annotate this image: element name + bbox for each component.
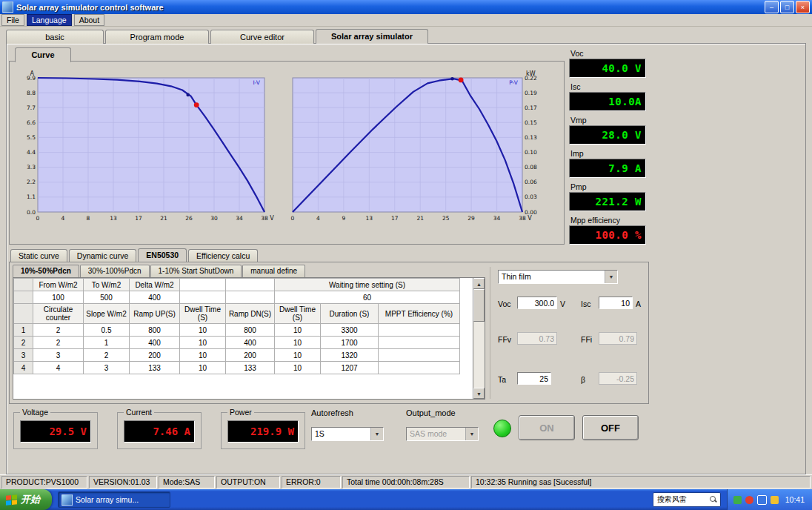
beta-input [599, 372, 637, 385]
window-title: Solar array simulator control software [16, 3, 765, 12]
table-cell[interactable]: 100 [33, 291, 84, 304]
tray-icon-network[interactable] [757, 495, 767, 505]
search-icon[interactable] [710, 496, 718, 504]
row-number[interactable]: 4 [14, 362, 33, 374]
svg-text:A: A [30, 70, 35, 77]
autorefresh-value: 1S [312, 428, 370, 440]
svg-text:29: 29 [467, 215, 475, 222]
table-cell[interactable]: 10 [180, 362, 226, 374]
table-cell[interactable] [379, 362, 460, 374]
table-cell[interactable]: 400 [130, 291, 180, 304]
table-cell[interactable]: 1320 [321, 349, 379, 362]
table-cell[interactable]: 3 [33, 349, 84, 362]
tray-icon-antivirus[interactable] [733, 496, 742, 504]
screen: Solar array simulator control software –… [0, 0, 812, 510]
taskbar-search-input[interactable] [656, 495, 708, 505]
tab-dynamic-curve[interactable]: Dynamic curve [69, 249, 136, 262]
subtab-1-10-start-shutdown[interactable]: 1-10% Start ShutDown [150, 265, 242, 277]
row-number[interactable]: 3 [14, 349, 33, 362]
tray-icon-messenger[interactable] [771, 496, 779, 504]
table-cell[interactable]: 10 [180, 324, 226, 337]
table-cell[interactable] [379, 337, 460, 349]
table-cell[interactable]: 10 [275, 324, 321, 337]
table-cell[interactable]: 3300 [321, 324, 379, 337]
table-scrollbar[interactable]: ▲ ▼ [473, 278, 485, 399]
table-cell[interactable]: 200 [130, 349, 180, 362]
table-cell[interactable]: 10 [275, 349, 321, 362]
table-cell[interactable]: 10 [275, 362, 321, 374]
table-cell[interactable]: 1700 [321, 337, 379, 349]
table-cell[interactable]: 2 [84, 349, 130, 362]
tab-curve[interactable]: Curve [15, 47, 71, 62]
tab-solar-array-simulator[interactable]: Solar array simulator [316, 29, 428, 44]
table-cell[interactable]: 500 [84, 291, 130, 304]
column-header: To W/m2 [84, 279, 130, 291]
table-cell[interactable]: 0.5 [84, 324, 130, 337]
table-cell[interactable]: 800 [130, 324, 180, 337]
table-cell[interactable]: 400 [130, 337, 180, 349]
current-meter: Current 7.46 A [117, 412, 202, 449]
table-cell[interactable]: 800 [226, 324, 275, 337]
autorefresh-select[interactable]: 1S ▼ [311, 427, 384, 441]
column-header: Duration (S) [321, 304, 379, 324]
column-header: MPPT Efficiency (%) [379, 304, 460, 324]
row-number[interactable]: 1 [14, 324, 33, 337]
taskbar-task-button[interactable]: Solar array simu... [58, 491, 170, 508]
table-cell[interactable]: 400 [226, 337, 275, 349]
table-cell[interactable]: 10 [180, 349, 226, 362]
tab-basic[interactable]: basic [6, 30, 104, 44]
svg-text:4: 4 [61, 215, 65, 222]
status-output: OUTPUT:ON [216, 476, 280, 489]
column-header: Waiting time setting (S) [275, 279, 460, 291]
voc-input[interactable] [517, 297, 557, 309]
start-button[interactable]: 开始 [0, 489, 52, 510]
tab-curve-editor[interactable]: Curve editor [210, 30, 314, 44]
film-type-select[interactable]: Thin film ▼ [498, 270, 618, 284]
svg-text:0.00: 0.00 [525, 209, 537, 216]
menu-about[interactable]: About [74, 14, 104, 26]
subtab-10-50-pdcn[interactable]: 10%-50%Pdcn [13, 265, 79, 277]
maximize-icon[interactable]: □ [780, 1, 794, 13]
current-display: 7.46 A [124, 420, 195, 443]
menu-file[interactable]: File [1, 14, 24, 26]
table-cell[interactable] [379, 349, 460, 362]
row-number[interactable]: 2 [14, 337, 33, 349]
svg-text:0: 0 [291, 215, 295, 222]
isc-input[interactable] [599, 297, 633, 309]
scroll-down-icon[interactable]: ▼ [473, 388, 485, 399]
minimize-icon[interactable]: – [765, 1, 779, 13]
table-cell[interactable] [379, 324, 460, 337]
table-cell[interactable]: 1207 [321, 362, 379, 374]
svg-text:13: 13 [110, 215, 117, 222]
table-cell[interactable]: 10 [275, 337, 321, 349]
tab-static-curve[interactable]: Static curve [10, 249, 67, 262]
subtab-30-100-pdcn[interactable]: 30%-100%Pdcn [80, 265, 150, 277]
column-header: From W/m2 [33, 279, 84, 291]
tab-efficiency-calcu[interactable]: Efficiency calcu [188, 249, 258, 262]
scroll-up-icon[interactable]: ▲ [473, 278, 485, 289]
on-button[interactable]: ON [519, 415, 575, 440]
table-cell[interactable]: 10 [180, 337, 226, 349]
table-cell[interactable]: 3 [84, 362, 130, 374]
scroll-thumb[interactable] [473, 289, 485, 322]
taskbar-clock: 10:41 [785, 495, 805, 504]
off-button[interactable]: OFF [582, 415, 639, 440]
table-cell[interactable]: 2 [33, 324, 84, 337]
ta-input[interactable] [517, 372, 551, 385]
table-cell[interactable]: 200 [226, 349, 275, 362]
tab-program-mode[interactable]: Program mode [105, 30, 209, 44]
table-cell[interactable]: 4 [33, 362, 84, 374]
tab-en50530[interactable]: EN50530 [138, 248, 187, 262]
table-cell[interactable]: 60 [275, 291, 460, 304]
svg-text:30: 30 [210, 215, 218, 222]
table-cell[interactable]: 1 [84, 337, 130, 349]
subtab-manual-define[interactable]: manual define [242, 265, 305, 277]
table-cell[interactable]: 133 [226, 362, 275, 374]
statusbar: PRODUCT:PVS1000 VERSION:01.03 Mode:SAS O… [0, 474, 812, 489]
tray-icon-alert[interactable] [745, 496, 753, 504]
menu-language[interactable]: Language [27, 14, 72, 26]
table-cell[interactable]: 133 [130, 362, 180, 374]
system-tray: 10:41 [727, 489, 812, 510]
table-cell[interactable]: 2 [33, 337, 84, 349]
close-icon[interactable]: × [796, 1, 810, 13]
